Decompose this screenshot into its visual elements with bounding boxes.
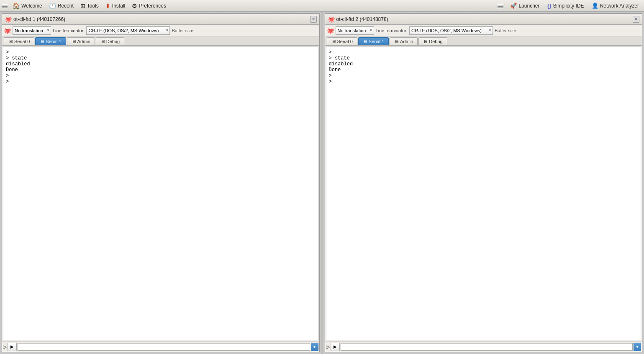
launcher-button[interactable]: 🚀 Launcher xyxy=(507,2,543,10)
panel-2-prompt-icon: ▷ xyxy=(326,344,330,350)
panel-1-translation-icon: 🐙 xyxy=(4,27,11,34)
panel-1-translation-select-wrap: No translation xyxy=(13,26,51,35)
panel-2-titlebar: 🐙 ot-cli-ftd 2 (440148878) ✕ xyxy=(325,14,642,25)
panel-1-device-icon: 🐙 xyxy=(5,16,12,23)
panel-2-tab-admin[interactable]: 🖥 Admin xyxy=(390,37,418,45)
recent-button[interactable]: 🕐 Recent xyxy=(46,2,77,10)
panel-1-serial0-icon: 🖥 xyxy=(8,39,13,44)
panel-2-terminator-label: Line terminator: xyxy=(376,28,408,33)
panel-1-tab-debug[interactable]: 🖥 Debug xyxy=(96,37,124,45)
simplicity-ide-icon: {} xyxy=(547,3,551,9)
preferences-icon: ⚙ xyxy=(132,3,137,9)
network-analyzer-icon: 👤 xyxy=(592,3,598,9)
panel-2: 🐙 ot-cli-ftd 2 (440148878) ✕ 🐙 No transl… xyxy=(325,13,643,352)
panel-2-serial0-icon: 🖥 xyxy=(331,39,336,44)
panel-1-input-dropdown-btn[interactable]: ▼ xyxy=(311,343,318,351)
panel-2-close-button[interactable]: ✕ xyxy=(633,16,639,23)
panel-2-translation-icon: 🐙 xyxy=(327,27,334,34)
welcome-button[interactable]: 🏠 Welcome xyxy=(9,2,46,10)
panel-1-debug-icon: 🖥 xyxy=(100,39,105,44)
panel-2-device-icon: 🐙 xyxy=(328,16,335,23)
panel-2-toolbar: 🐙 No translation Line terminator: CR-LF … xyxy=(325,25,642,36)
panel-2-title: ot-cli-ftd 2 (440148878) xyxy=(336,16,633,22)
panel-2-tab-bar: 🖥 Serial 0 🖥 Serial 1 🖥 Admin 🖥 Debug xyxy=(325,36,642,46)
panel-1-admin-icon: 🖥 xyxy=(72,39,76,44)
panel-1-terminal-icon: ▶ xyxy=(10,344,14,349)
panel-2-debug-icon: 🖥 xyxy=(423,39,428,44)
recent-icon: 🕐 xyxy=(49,3,56,9)
toolbar-right-grip[interactable] xyxy=(498,1,503,10)
panel-1-terminator-select-wrap: CR-LF (DOS, OS/2, MS Windows) xyxy=(86,26,170,35)
panel-1-input-bar: ▷ ▶ ▼ xyxy=(2,341,319,352)
main-toolbar: 🏠 Welcome 🕐 Recent ⊞ Tools ⬇ Install ⚙ P… xyxy=(0,0,644,12)
panel-1-toolbar: 🐙 No translation Line terminator: CR-LF … xyxy=(2,25,319,36)
panel-2-terminator-select[interactable]: CR-LF (DOS, OS/2, MS Windows) xyxy=(409,26,493,35)
panel-2-tab-debug[interactable]: 🖥 Debug xyxy=(418,37,447,45)
panel-1-console: > > state disabled Done > > xyxy=(3,47,318,340)
tools-button[interactable]: ⊞ Tools xyxy=(77,2,102,10)
launcher-icon: 🚀 xyxy=(510,3,517,9)
panel-2-input-dropdown-btn[interactable]: ▼ xyxy=(634,343,641,351)
panel-1-close-button[interactable]: ✕ xyxy=(310,16,317,23)
preferences-button[interactable]: ⚙ Preferences xyxy=(128,2,169,10)
panel-2-terminator-select-wrap: CR-LF (DOS, OS/2, MS Windows) xyxy=(409,26,493,35)
panel-1-tab-bar: 🖥 Serial 0 🖥 Serial 1 🖥 Admin 🖥 Debug xyxy=(2,36,319,46)
panel-1-serial1-icon: 🖥 xyxy=(40,39,44,44)
install-button[interactable]: ⬇ Install xyxy=(102,2,128,10)
panel-1-terminator-label: Line terminator: xyxy=(53,28,85,33)
panel-1-titlebar: 🐙 ot-cli-ftd 1 (440107266) ✕ xyxy=(2,14,319,25)
panel-1-translation-select[interactable]: No translation xyxy=(13,26,51,35)
panel-2-cmd-icon-btn[interactable]: ▶ xyxy=(331,343,340,351)
panel-1-buffer-label: Buffer size xyxy=(172,28,193,33)
panel-2-command-input[interactable] xyxy=(341,343,633,351)
network-analyzer-button[interactable]: 👤 Network Analyzer xyxy=(588,2,642,10)
main-area: 🐙 ot-cli-ftd 1 (440107266) ✕ 🐙 No transl… xyxy=(0,12,644,354)
panel-2-terminal-icon: ▶ xyxy=(334,344,337,349)
panels-separator[interactable] xyxy=(321,12,323,354)
simplicity-ide-button[interactable]: {} Simplicity IDE xyxy=(544,2,587,10)
panel-1-tab-admin[interactable]: 🖥 Admin xyxy=(67,37,95,45)
panel-2-console: > > state disabled Done > > xyxy=(326,47,641,340)
panel-2-tab-serial0[interactable]: 🖥 Serial 0 xyxy=(327,37,357,45)
panel-1-terminator-select[interactable]: CR-LF (DOS, OS/2, MS Windows) xyxy=(86,26,170,35)
panel-1-command-input[interactable] xyxy=(18,343,310,351)
panel-2-buffer-label: Buffer size xyxy=(495,28,516,33)
panel-2-input-bar: ▷ ▶ ▼ xyxy=(325,341,642,352)
panel-2-admin-icon: 🖥 xyxy=(394,39,399,44)
tools-icon: ⊞ xyxy=(80,3,85,9)
panel-1-tab-serial1[interactable]: 🖥 Serial 1 xyxy=(35,37,66,45)
panel-2-serial1-icon: 🖥 xyxy=(363,39,367,44)
install-icon: ⬇ xyxy=(105,3,110,9)
panel-2-tab-serial1[interactable]: 🖥 Serial 1 xyxy=(358,37,389,45)
panel-1-tab-serial0[interactable]: 🖥 Serial 0 xyxy=(4,37,34,45)
panel-2-translation-select-wrap: No translation xyxy=(336,26,374,35)
panel-1-cmd-icon-btn[interactable]: ▶ xyxy=(8,343,17,351)
toolbar-grip[interactable] xyxy=(2,1,8,10)
panel-1-prompt-icon: ▷ xyxy=(3,344,7,350)
panel-2-translation-select[interactable]: No translation xyxy=(336,26,374,35)
toolbar-right: 🚀 Launcher {} Simplicity IDE 👤 Network A… xyxy=(498,1,642,10)
panel-1-title: ot-cli-ftd 1 (440107266) xyxy=(13,16,310,22)
home-icon: 🏠 xyxy=(13,3,20,9)
panel-1: 🐙 ot-cli-ftd 1 (440107266) ✕ 🐙 No transl… xyxy=(2,13,320,352)
